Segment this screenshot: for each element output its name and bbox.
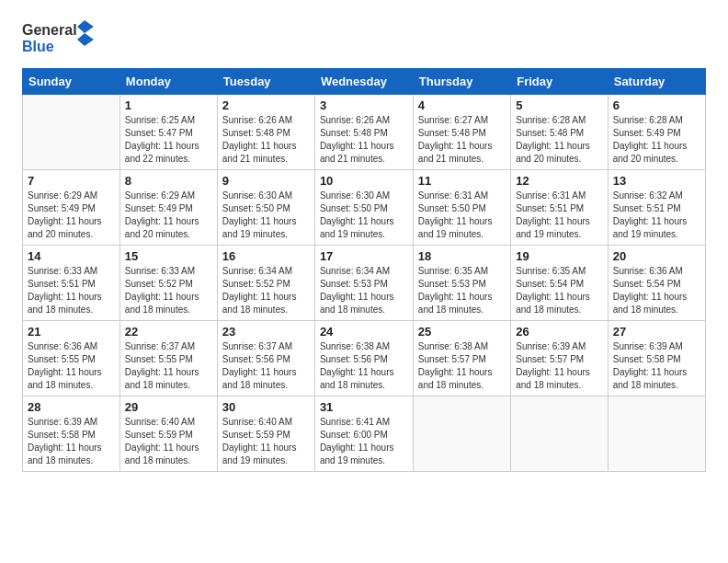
calendar-cell: 27Sunrise: 6:39 AMSunset: 5:58 PMDayligh… (608, 321, 705, 396)
day-info: Sunrise: 6:41 AMSunset: 6:00 PMDaylight:… (320, 416, 408, 467)
day-info: Sunrise: 6:32 AMSunset: 5:51 PMDaylight:… (613, 190, 700, 241)
day-info: Sunrise: 6:25 AMSunset: 5:47 PMDaylight:… (125, 114, 212, 166)
day-number: 1 (125, 98, 212, 112)
calendar-cell: 31Sunrise: 6:41 AMSunset: 6:00 PMDayligh… (314, 396, 413, 472)
calendar-cell: 30Sunrise: 6:40 AMSunset: 5:59 PMDayligh… (217, 396, 314, 472)
day-info: Sunrise: 6:26 AMSunset: 5:48 PMDaylight:… (222, 114, 310, 166)
day-info: Sunrise: 6:28 AMSunset: 5:49 PMDaylight:… (613, 114, 700, 166)
calendar-cell: 25Sunrise: 6:38 AMSunset: 5:57 PMDayligh… (413, 321, 510, 396)
day-number: 11 (418, 174, 506, 188)
day-info: Sunrise: 6:37 AMSunset: 5:55 PMDaylight:… (125, 340, 212, 392)
day-number: 30 (222, 400, 310, 414)
day-number: 18 (418, 249, 506, 263)
day-number: 20 (613, 249, 700, 263)
svg-text:General: General (22, 22, 77, 38)
calendar-cell: 24Sunrise: 6:38 AMSunset: 5:56 PMDayligh… (314, 321, 413, 396)
calendar-week-row: 21Sunrise: 6:36 AMSunset: 5:55 PMDayligh… (23, 321, 706, 396)
calendar-cell: 9Sunrise: 6:30 AMSunset: 5:50 PMDaylight… (217, 170, 314, 246)
day-info: Sunrise: 6:34 AMSunset: 5:53 PMDaylight:… (320, 265, 408, 316)
calendar-cell: 5Sunrise: 6:28 AMSunset: 5:48 PMDaylight… (511, 95, 609, 170)
day-info: Sunrise: 6:31 AMSunset: 5:50 PMDaylight:… (418, 190, 506, 241)
day-number: 16 (222, 249, 310, 263)
day-number: 25 (418, 325, 506, 339)
calendar-cell: 18Sunrise: 6:35 AMSunset: 5:53 PMDayligh… (413, 246, 510, 321)
day-number: 9 (222, 174, 310, 188)
logo: GeneralBlue (22, 18, 105, 61)
header-tuesday: Tuesday (217, 69, 314, 95)
calendar-cell: 20Sunrise: 6:36 AMSunset: 5:54 PMDayligh… (608, 246, 705, 321)
day-number: 24 (320, 325, 408, 339)
day-number: 4 (418, 98, 506, 112)
day-number: 26 (516, 325, 603, 339)
calendar-cell: 21Sunrise: 6:36 AMSunset: 5:55 PMDayligh… (23, 321, 120, 396)
header-monday: Monday (119, 69, 217, 95)
day-info: Sunrise: 6:36 AMSunset: 5:55 PMDaylight:… (28, 340, 115, 392)
day-number: 8 (125, 174, 212, 188)
day-number: 12 (516, 174, 603, 188)
day-number: 19 (516, 249, 603, 263)
calendar-cell: 15Sunrise: 6:33 AMSunset: 5:52 PMDayligh… (119, 246, 217, 321)
day-info: Sunrise: 6:38 AMSunset: 5:56 PMDaylight:… (320, 340, 408, 392)
calendar-cell: 10Sunrise: 6:30 AMSunset: 5:50 PMDayligh… (314, 170, 413, 246)
calendar-week-row: 1Sunrise: 6:25 AMSunset: 5:47 PMDaylight… (23, 95, 706, 170)
calendar-cell: 4Sunrise: 6:27 AMSunset: 5:48 PMDaylight… (413, 95, 510, 170)
calendar-table: SundayMondayTuesdayWednesdayThursdayFrid… (22, 68, 706, 472)
calendar-cell: 26Sunrise: 6:39 AMSunset: 5:57 PMDayligh… (511, 321, 609, 396)
calendar-week-row: 7Sunrise: 6:29 AMSunset: 5:49 PMDaylight… (23, 170, 706, 246)
day-info: Sunrise: 6:30 AMSunset: 5:50 PMDaylight:… (222, 190, 310, 241)
day-number: 14 (28, 249, 115, 263)
day-info: Sunrise: 6:35 AMSunset: 5:54 PMDaylight:… (516, 265, 603, 316)
logo-svg: GeneralBlue (22, 18, 105, 61)
calendar-week-row: 14Sunrise: 6:33 AMSunset: 5:51 PMDayligh… (23, 246, 706, 321)
header-wednesday: Wednesday (314, 69, 413, 95)
day-info: Sunrise: 6:38 AMSunset: 5:57 PMDaylight:… (418, 340, 506, 392)
calendar-cell: 7Sunrise: 6:29 AMSunset: 5:49 PMDaylight… (23, 170, 120, 246)
calendar-header-row: SundayMondayTuesdayWednesdayThursdayFrid… (23, 69, 706, 95)
day-info: Sunrise: 6:40 AMSunset: 5:59 PMDaylight:… (222, 416, 310, 467)
calendar-week-row: 28Sunrise: 6:39 AMSunset: 5:58 PMDayligh… (23, 396, 706, 472)
header-saturday: Saturday (608, 69, 705, 95)
calendar-cell (511, 396, 609, 472)
day-number: 3 (320, 98, 408, 112)
day-number: 28 (28, 400, 115, 414)
calendar-cell: 17Sunrise: 6:34 AMSunset: 5:53 PMDayligh… (314, 246, 413, 321)
header-thursday: Thursday (413, 69, 510, 95)
day-info: Sunrise: 6:29 AMSunset: 5:49 PMDaylight:… (28, 190, 115, 241)
svg-text:Blue: Blue (22, 39, 54, 54)
day-number: 15 (125, 249, 212, 263)
day-number: 17 (320, 249, 408, 263)
day-info: Sunrise: 6:39 AMSunset: 5:58 PMDaylight:… (28, 416, 115, 467)
day-number: 22 (125, 325, 212, 339)
calendar-cell: 16Sunrise: 6:34 AMSunset: 5:52 PMDayligh… (217, 246, 314, 321)
day-info: Sunrise: 6:36 AMSunset: 5:54 PMDaylight:… (613, 265, 700, 316)
day-info: Sunrise: 6:35 AMSunset: 5:53 PMDaylight:… (418, 265, 506, 316)
day-info: Sunrise: 6:29 AMSunset: 5:49 PMDaylight:… (125, 190, 212, 241)
day-number: 21 (28, 325, 115, 339)
day-info: Sunrise: 6:34 AMSunset: 5:52 PMDaylight:… (222, 265, 310, 316)
day-info: Sunrise: 6:30 AMSunset: 5:50 PMDaylight:… (320, 190, 408, 241)
day-number: 29 (125, 400, 212, 414)
day-info: Sunrise: 6:33 AMSunset: 5:51 PMDaylight:… (28, 265, 115, 316)
day-number: 31 (320, 400, 408, 414)
day-info: Sunrise: 6:26 AMSunset: 5:48 PMDaylight:… (320, 114, 408, 166)
calendar-cell: 28Sunrise: 6:39 AMSunset: 5:58 PMDayligh… (23, 396, 120, 472)
calendar-cell: 13Sunrise: 6:32 AMSunset: 5:51 PMDayligh… (608, 170, 705, 246)
day-info: Sunrise: 6:31 AMSunset: 5:51 PMDaylight:… (516, 190, 603, 241)
calendar-cell: 1Sunrise: 6:25 AMSunset: 5:47 PMDaylight… (119, 95, 217, 170)
header: GeneralBlue (22, 18, 706, 61)
calendar-cell: 6Sunrise: 6:28 AMSunset: 5:49 PMDaylight… (608, 95, 705, 170)
calendar-cell: 29Sunrise: 6:40 AMSunset: 5:59 PMDayligh… (119, 396, 217, 472)
svg-marker-0 (77, 20, 94, 46)
day-info: Sunrise: 6:27 AMSunset: 5:48 PMDaylight:… (418, 114, 506, 166)
calendar-cell: 22Sunrise: 6:37 AMSunset: 5:55 PMDayligh… (119, 321, 217, 396)
day-number: 27 (613, 325, 700, 339)
day-info: Sunrise: 6:39 AMSunset: 5:58 PMDaylight:… (613, 340, 700, 392)
day-number: 10 (320, 174, 408, 188)
day-number: 2 (222, 98, 310, 112)
calendar-cell (413, 396, 510, 472)
header-friday: Friday (511, 69, 609, 95)
calendar-cell: 11Sunrise: 6:31 AMSunset: 5:50 PMDayligh… (413, 170, 510, 246)
day-number: 6 (613, 98, 700, 112)
day-number: 23 (222, 325, 310, 339)
header-sunday: Sunday (23, 69, 120, 95)
